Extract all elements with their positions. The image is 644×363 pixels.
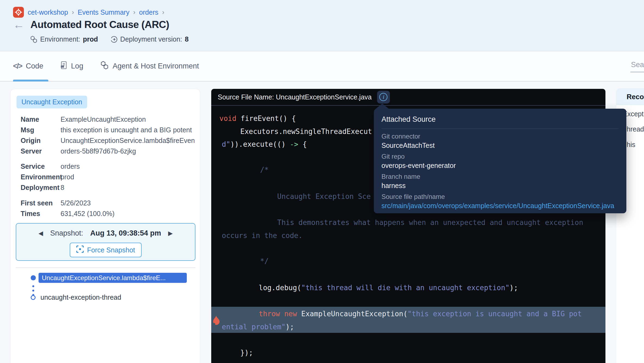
cet-logo-icon [13, 7, 24, 18]
snapshot-label: Snapshot: [50, 229, 83, 237]
tab-agent-label: Agent & Host Environment [113, 62, 199, 70]
log-icon [60, 61, 67, 71]
back-arrow-icon[interactable]: ← [13, 19, 24, 30]
stack-selected-frame[interactable]: UncaughtExceptionService.lambda$fireE... [39, 273, 187, 283]
environment-row: Environmentprod [21, 173, 194, 181]
times-label: Times [21, 209, 61, 218]
origin-value: UncaughtExceptionService.lambda$fireEven [61, 136, 194, 145]
deployment-value: 8 [61, 183, 194, 192]
snapshot-value: Aug 13, 09:38:54 pm [90, 229, 161, 237]
tab-bar: </> Code Log Agent & Host Environment [0, 51, 644, 82]
name-label: Name [21, 115, 61, 123]
times-value: 631,452 (100.0%) [61, 209, 194, 218]
tab-code[interactable]: </> Code [13, 51, 43, 81]
service-row: Serviceorders [21, 162, 194, 170]
environment-label: Environment: [40, 35, 80, 43]
code-line-highlighted: throw new ExampleUncaughtException("this… [259, 309, 582, 318]
search-input[interactable] [630, 60, 644, 72]
deployment-version-icon [111, 36, 118, 43]
page-title: Automated Root Cause (ARC) [30, 19, 169, 30]
snapshot-capture-icon [76, 245, 84, 255]
branch-name-value: harness [381, 182, 619, 190]
code-line: This demonstrates what happens when an u… [277, 218, 583, 227]
git-repo-value: overops-event-generator [381, 162, 619, 170]
git-repo-label: Git repo [381, 153, 619, 160]
code-line: void fireEvent() { [219, 114, 296, 123]
service-value: orders [61, 162, 194, 170]
msg-label: Msg [21, 126, 61, 134]
hexagon-environment-icon [30, 36, 37, 43]
first-seen-label: First seen [21, 199, 61, 207]
breadcrumb-separator: › [72, 9, 74, 16]
agent-hexagons-icon [100, 61, 109, 72]
deployment-label: Deployment [21, 183, 61, 192]
right-panel-item[interactable]: his [627, 141, 635, 149]
service-label: Service [21, 162, 61, 170]
stack-node-circle [31, 295, 36, 300]
snapshot-panel: ◀ Snapshot: Aug 13, 09:38:54 pm ▶ Force … [16, 223, 195, 261]
breadcrumb-separator: › [133, 9, 135, 16]
environment-label: Environment [21, 173, 61, 181]
meta-row: Environment: prod Deployment version: 8 [30, 35, 189, 43]
origin-label: Origin [21, 136, 61, 145]
right-panel-header: Recor [616, 88, 644, 105]
source-file-path-label: Source file path/name [381, 193, 619, 201]
breadcrumb-separator: › [162, 9, 164, 16]
code-line: /* [260, 165, 269, 174]
force-snapshot-label: Force Snapshot [87, 246, 135, 254]
info-icon[interactable]: i [377, 91, 390, 104]
source-file-title: Source File Name: UncaughtExceptionServi… [218, 93, 372, 101]
deployment-value: 8 [185, 35, 189, 43]
code-line: d")).execute(() -> { [222, 140, 307, 149]
environment-value: prod [83, 35, 98, 43]
stack-connector-dot [32, 290, 34, 292]
code-panel-header: Source File Name: UncaughtExceptionServi… [211, 89, 605, 106]
breadcrumb-link-events-summary[interactable]: Events Summary [78, 8, 129, 16]
environment-value: prod [61, 173, 194, 181]
origin-row: OriginUncaughtExceptionService.lambda$fi… [21, 136, 194, 145]
deployment-label: Deployment version: [120, 35, 182, 43]
event-type-badge: Uncaught Exception [17, 96, 87, 108]
title-row: ← Automated Root Cause (ARC) [13, 19, 169, 30]
tooltip-arrow [375, 104, 389, 109]
breadcrumb-link-orders[interactable]: orders [139, 8, 158, 16]
git-connector-value: SourceAttachTest [381, 142, 619, 149]
first-seen-value: 5/26/2023 [61, 199, 194, 207]
tab-code-label: Code [26, 62, 43, 70]
attached-source-tooltip: Attached Source Git connector SourceAtta… [374, 109, 626, 213]
flame-icon [212, 314, 220, 328]
tab-agent-host-environment[interactable]: Agent & Host Environment [100, 51, 199, 81]
tab-log-label: Log [71, 62, 83, 70]
name-row: NameExampleUncaughtException [21, 115, 194, 123]
right-panel-item[interactable]: hread- [627, 125, 644, 133]
snapshot-next-button[interactable]: ▶ [168, 230, 173, 237]
active-tab-underline [13, 80, 48, 82]
tooltip-divider [381, 129, 619, 129]
snapshot-prev-button[interactable]: ◀ [39, 230, 43, 237]
breadcrumb: cet-workshop › Events Summary › orders › [13, 7, 164, 18]
server-label: Server [21, 147, 61, 155]
msg-value: this exception is uncaught and a BIG pot… [61, 126, 194, 134]
deployment-row: Deployment8 [21, 183, 194, 192]
right-panel-header-label: Recor [627, 93, 644, 101]
breadcrumb-link-app[interactable]: cet-workshop [28, 8, 68, 16]
server-value: orders-5b8f97d67b-6zjkg [61, 147, 194, 155]
event-details-card: Uncaught Exception NameExampleUncaughtEx… [10, 89, 200, 363]
code-line: }); [240, 348, 253, 357]
code-line: */ [260, 257, 269, 265]
server-row: Serverorders-5b8f97d67b-6zjkg [21, 147, 194, 155]
tab-log[interactable]: Log [60, 51, 83, 81]
name-value: ExampleUncaughtException [61, 115, 194, 123]
page: cet-workshop › Events Summary › orders ›… [0, 0, 644, 363]
git-connector-label: Git connector [381, 133, 619, 140]
stack-thread-label[interactable]: uncaught-exception-thread [40, 293, 121, 301]
times-row: Times631,452 (100.0%) [21, 209, 194, 218]
code-line: Executors.newSingleThreadExecut [240, 127, 372, 136]
branch-name-label: Branch name [381, 173, 619, 180]
code-line-highlighted: ential problem"); [222, 323, 294, 331]
top-header: cet-workshop › Events Summary › orders ›… [0, 0, 644, 51]
divider [16, 267, 195, 268]
source-file-path-link[interactable]: src/main/java/com/overops/examples/servi… [381, 202, 619, 210]
force-snapshot-button[interactable]: Force Snapshot [70, 243, 142, 257]
stack-node-dot [31, 275, 36, 280]
